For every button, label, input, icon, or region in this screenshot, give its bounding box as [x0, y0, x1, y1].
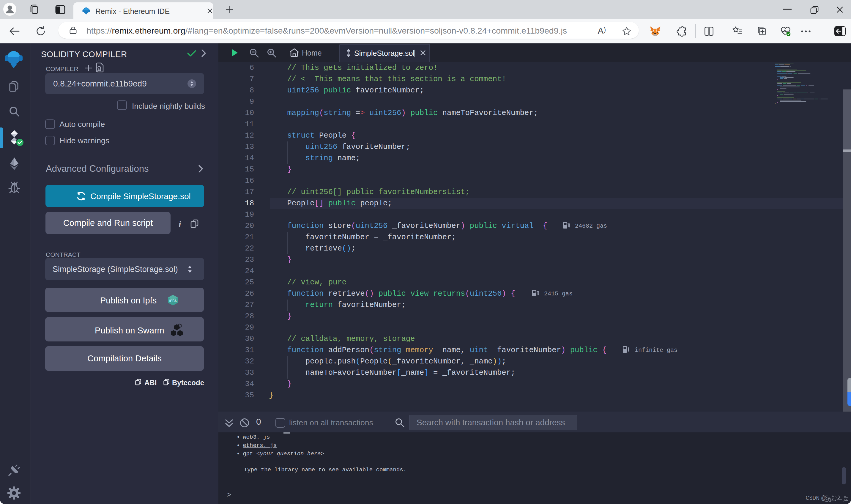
svg-text:IPFS: IPFS — [169, 299, 177, 303]
